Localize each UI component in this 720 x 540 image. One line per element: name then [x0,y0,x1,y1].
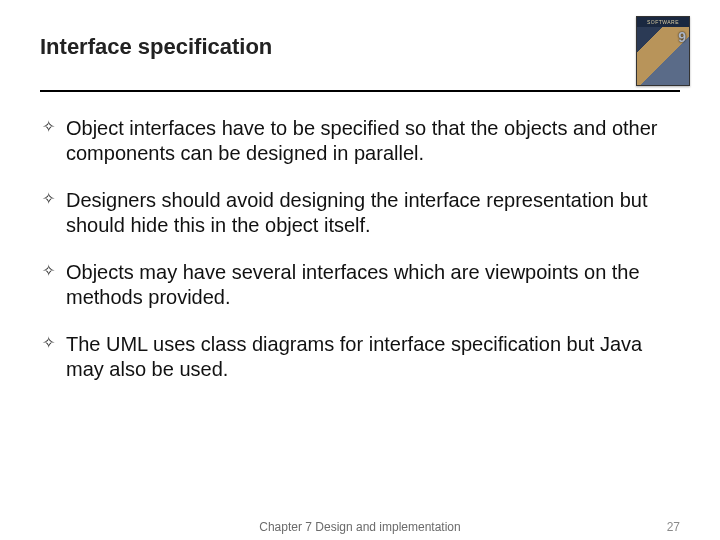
book-cover-icon: SOFTWARE ENGINEERING 9 [636,16,690,86]
list-item: Objects may have several interfaces whic… [40,260,680,310]
footer-page-number: 27 [667,520,680,534]
list-item: Designers should avoid designing the int… [40,188,680,238]
book-cover-band: SOFTWARE ENGINEERING [637,17,689,27]
slide-header: Interface specification SOFTWARE ENGINEE… [40,28,680,80]
book-edition-number: 9 [678,29,686,45]
slide-content: Object interfaces have to be specified s… [40,92,680,382]
list-item: The UML uses class diagrams for interfac… [40,332,680,382]
bullet-list: Object interfaces have to be specified s… [40,116,680,382]
footer-chapter: Chapter 7 Design and implementation [0,520,720,534]
list-item: Object interfaces have to be specified s… [40,116,680,166]
slide-title: Interface specification [40,28,680,60]
slide: Interface specification SOFTWARE ENGINEE… [0,0,720,540]
